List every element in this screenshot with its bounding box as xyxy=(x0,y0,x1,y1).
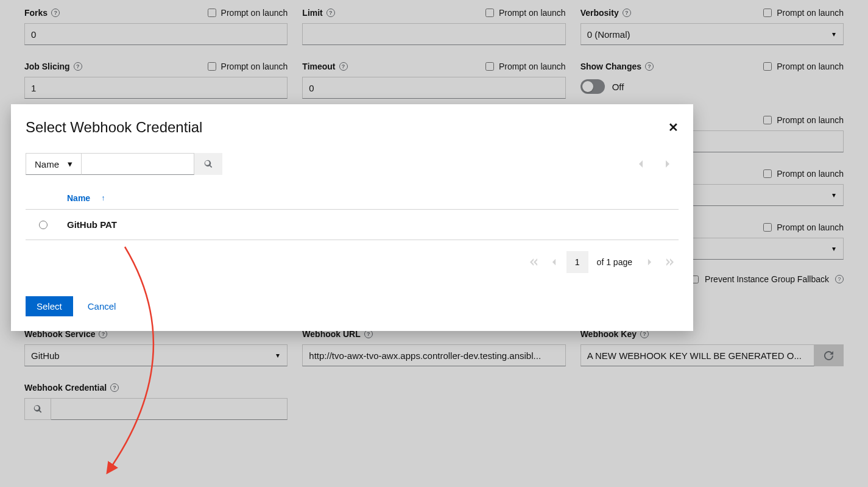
table-row[interactable]: GitHub PAT xyxy=(26,210,679,240)
filter-text-input[interactable] xyxy=(82,153,194,175)
caret-down-icon: ▾ xyxy=(68,158,72,169)
column-name-header[interactable]: Name ↑ xyxy=(67,193,679,203)
select-button[interactable]: Select xyxy=(26,296,73,316)
next-arrow[interactable] xyxy=(657,153,679,175)
chevron-left-icon xyxy=(552,258,556,266)
row-radio[interactable] xyxy=(39,221,48,229)
filter-search-button[interactable] xyxy=(194,153,222,175)
last-page-button[interactable] xyxy=(662,251,679,273)
table-header: Name ↑ xyxy=(26,187,679,210)
sort-ascending-icon: ↑ xyxy=(101,194,105,202)
close-icon[interactable]: ✕ xyxy=(668,120,679,135)
angles-left-icon xyxy=(530,258,537,266)
prev-arrow[interactable] xyxy=(630,153,652,175)
angles-right-icon xyxy=(666,258,674,266)
chevron-right-icon xyxy=(647,258,652,266)
cancel-button[interactable]: Cancel xyxy=(88,301,116,311)
page-number-input[interactable] xyxy=(566,251,588,273)
next-page-button[interactable] xyxy=(641,251,658,273)
select-webhook-credential-modal: Select Webhook Credential ✕ Name ▾ Name xyxy=(11,104,693,331)
chevron-right-icon xyxy=(665,160,670,168)
modal-title: Select Webhook Credential xyxy=(26,119,202,136)
page-total-text: of 1 page xyxy=(597,257,632,267)
chevron-left-icon xyxy=(638,160,643,168)
prev-page-button[interactable] xyxy=(546,251,563,273)
filter-field-dropdown[interactable]: Name ▾ xyxy=(26,153,82,175)
row-name: GitHub PAT xyxy=(67,219,117,230)
first-page-button[interactable] xyxy=(525,251,542,273)
search-icon xyxy=(204,160,213,168)
